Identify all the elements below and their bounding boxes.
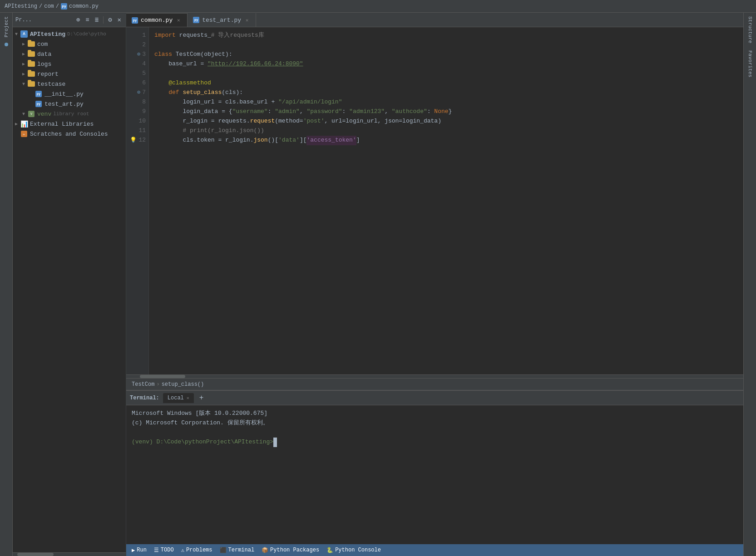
terminal-tabbar: Terminal: Local ✕ + — [126, 391, 743, 405]
icon-init: py — [35, 90, 43, 98]
gutter-8: 8 — [126, 98, 146, 107]
arrow-data: ▶ — [20, 51, 27, 57]
tree-item-apitesting[interactable]: ▼ A APItesting D:\Code\pytho — [13, 29, 126, 39]
horizontal-scrollbar[interactable] — [126, 374, 743, 378]
icon-apitesting: A — [20, 30, 28, 38]
tree-item-logs[interactable]: ▶ logs — [13, 59, 126, 69]
tab-close-common[interactable]: ✕ — [175, 17, 182, 24]
terminal-tab-close[interactable]: ✕ — [187, 395, 189, 401]
toolbar-btn-locate[interactable]: ⊕ — [74, 15, 82, 25]
project-panel-toggle[interactable]: Project — [4, 13, 9, 41]
icon-report — [27, 70, 35, 78]
icon-logs — [27, 60, 35, 68]
toolbar-separator — [103, 16, 104, 24]
label-report: report — [37, 71, 59, 78]
toolbar-btn-scroll[interactable]: ≡ — [84, 15, 91, 25]
term-line-3 — [132, 428, 738, 438]
tree-item-data[interactable]: ▶ data — [13, 49, 126, 59]
status-problems-label: Problems — [186, 547, 212, 553]
code-line-4: base_url = "http://192.166.66.24:8090" — [154, 59, 743, 69]
toolbar-btn-settings[interactable]: ⚙ — [106, 15, 114, 25]
terminal-panel: Terminal: Local ✕ + Microsoft Windows [版… — [126, 390, 743, 544]
gutter-11: 11 — [126, 126, 146, 136]
status-python-console[interactable]: 🐍 Python Console — [326, 547, 381, 554]
label-data: data — [37, 51, 51, 58]
icon-data — [27, 50, 35, 58]
code-line-2 — [154, 40, 743, 50]
tab-common-py[interactable]: py common.py ✕ — [126, 13, 188, 27]
tab-icon-test-art: py — [193, 17, 199, 23]
project-horizontal-scrollbar[interactable] — [13, 552, 126, 556]
tree-item-venv[interactable]: ▼ V venv library root — [13, 109, 126, 119]
terminal-add-tab[interactable]: + — [198, 394, 206, 402]
code-editor[interactable]: 1 2 ⊙ 3 4 5 6 ⊙ 7 8 — [126, 27, 743, 374]
status-terminal[interactable]: ⬛ Terminal — [220, 547, 255, 554]
code-line-9: login_data = {"username": "admin", "pass… — [154, 107, 743, 117]
project-panel: Pr... ⊕ ≡ ≣ ⚙ ✕ ▼ A APItesting D:\Code\p… — [13, 13, 126, 556]
status-terminal-label: Terminal — [228, 547, 255, 553]
left-strip: Project — [0, 13, 13, 556]
tab-test-art-py[interactable]: py test_art.py ✕ — [188, 13, 256, 27]
project-tree: ▼ A APItesting D:\Code\pytho ▶ com ▶ — [13, 27, 126, 552]
status-todo[interactable]: ☰ TODO — [154, 547, 174, 554]
right-strip: Structure Favorites — [743, 13, 756, 556]
arrow-report: ▶ — [20, 71, 27, 77]
gutter-12: 💡 12 — [126, 136, 146, 145]
gutter-10: 10 — [126, 117, 146, 126]
code-line-8: login_url = cls.base_url + "/api/admin/l… — [154, 98, 743, 107]
top-breadcrumb: APItesting / com / py common.py — [0, 0, 756, 13]
center-content: py common.py ✕ py test_art.py ✕ 1 2 — [126, 13, 743, 556]
editor-and-right: py common.py ✕ py test_art.py ✕ 1 2 — [126, 13, 756, 556]
tree-item-testcase[interactable]: ▼ testcase — [13, 79, 126, 89]
gutter-9: 9 — [126, 107, 146, 117]
breadcrumb-sep2: / — [56, 3, 59, 10]
status-run[interactable]: ▶ Run — [132, 547, 147, 554]
h-scroll-thumb — [140, 375, 185, 378]
label-venv-extra: library root — [53, 111, 89, 117]
term-line-2: (c) Microsoft Corporation. 保留所有权利。 — [132, 418, 738, 428]
status-bar: ▶ Run ☰ TODO ⚠ Problems ⬛ Terminal 📦 — [126, 544, 743, 556]
structure-panel-toggle[interactable]: Structure — [747, 13, 753, 47]
status-console-label: Python Console — [335, 547, 381, 553]
status-packages-label: Python Packages — [270, 547, 319, 553]
tab-close-test-art[interactable]: ✕ — [244, 17, 250, 23]
breadcrumb-module[interactable]: com — [44, 3, 54, 10]
terminal-content[interactable]: Microsoft Windows [版本 10.0.22000.675] (c… — [126, 405, 743, 544]
project-scroll-thumb — [17, 553, 54, 556]
code-line-3: class TestCom(object): — [154, 50, 743, 59]
py-file-icon: py — [61, 3, 67, 10]
terminal-tab-local[interactable]: Local ✕ — [163, 393, 194, 403]
icon-venv: V — [27, 110, 35, 118]
favorites-panel-toggle[interactable]: Favorites — [747, 47, 753, 81]
code-line-11: # print(r_login.json()) — [154, 126, 743, 136]
status-problems[interactable]: ⚠ Problems — [181, 547, 212, 554]
breadcrumb-method: setup_class() — [162, 381, 204, 388]
tree-item-report[interactable]: ▶ report — [13, 69, 126, 79]
gutter-3: ⊙ 3 — [126, 50, 146, 59]
arrow-external-libs: ▶ — [13, 121, 20, 127]
status-python-packages[interactable]: 📦 Python Packages — [262, 547, 319, 554]
arrow-logs: ▶ — [20, 61, 27, 67]
label-com: com — [37, 41, 48, 48]
tree-item-com[interactable]: ▶ com — [13, 39, 126, 49]
tab-icon-common: py — [132, 17, 138, 24]
tree-item-external-libs[interactable]: ▶ 📊 External Libraries — [13, 119, 126, 129]
label-test-art: test_art.py — [44, 101, 84, 108]
breadcrumb-project[interactable]: APItesting — [5, 3, 37, 10]
label-apitesting-path: D:\Code\pytho — [67, 31, 106, 37]
arrow-testcase: ▼ — [20, 82, 27, 87]
arrow-com: ▶ — [20, 41, 27, 47]
label-scratches: Scratches and Consoles — [30, 131, 108, 138]
tree-item-test-art[interactable]: py test_art.py — [13, 99, 126, 109]
code-content[interactable]: import requests_# 导入requests库 class Test… — [149, 27, 743, 374]
gutter-4: 4 — [126, 59, 146, 69]
icon-scratches: ✏ — [20, 130, 28, 138]
toolbar-btn-collapse[interactable]: ≣ — [93, 15, 100, 25]
problems-icon: ⚠ — [181, 547, 184, 554]
tree-item-scratches[interactable]: ✏ Scratches and Consoles — [13, 129, 126, 139]
toolbar-btn-close[interactable]: ✕ — [116, 15, 123, 25]
term-line-4: (venv) D:\Code\pythonProject\APItesting> — [132, 438, 738, 447]
terminal-icon: ⬛ — [220, 547, 227, 554]
breadcrumb-filename: common.py — [69, 3, 99, 10]
tree-item-init[interactable]: py __init__.py — [13, 89, 126, 99]
